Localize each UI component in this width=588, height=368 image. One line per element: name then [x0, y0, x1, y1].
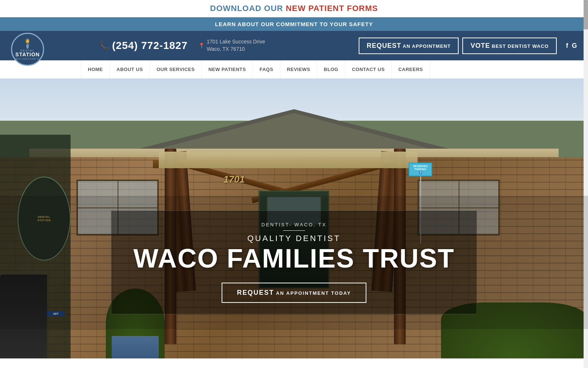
phone-number: (254) 772-1827 — [112, 40, 187, 52]
nav-item-new-patients[interactable]: NEW PATIENTS — [202, 60, 253, 78]
header: DENTAL STATION FAMILY DENTISTRY P.A. 📞 (… — [0, 31, 588, 60]
hero-divider — [283, 230, 305, 231]
hero-plant-pot-left — [112, 336, 159, 358]
hero-porch-ceiling — [159, 152, 417, 169]
svg-point-1 — [26, 40, 29, 42]
main-nav: HOME ABOUT US OUR SERVICES NEW PATIENTS … — [0, 60, 588, 79]
request-btn-main: REQUEST — [367, 42, 401, 49]
logo-torch-icon — [22, 38, 33, 49]
nav-item-reviews[interactable]: REVIEWS — [280, 60, 317, 78]
nav-item-home[interactable]: HOME — [81, 60, 110, 78]
parking-sign-board: RESERVEDPARKING♿ — [409, 163, 432, 176]
safety-banner-text: LEARN ABOUT OUR COMMITMENT TO YOUR SAFET… — [215, 21, 373, 27]
top-banner[interactable]: DOWNLOAD OUR NEW PATIENT FORMS — [0, 0, 588, 17]
request-btn-sub: AN APPOINTMENT — [403, 43, 451, 49]
hero-quality: QUALITY DENTIST — [133, 234, 455, 243]
google-icon[interactable]: G — [572, 42, 577, 50]
nav-item-services[interactable]: OUR SERVICES — [150, 60, 202, 78]
nav-item-faqs[interactable]: FAQS — [253, 60, 280, 78]
address-line2: Waco, TX 76710 — [207, 46, 265, 53]
hero-request-button[interactable]: REQUEST AN APPOINTMENT TODAY — [222, 283, 366, 303]
address-pin-icon: 📍 — [198, 43, 205, 49]
logo-station-text: STATION — [15, 52, 40, 57]
address-text: 1701 Lake Success Drive Waco, TX 76710 — [207, 38, 265, 53]
hero-section: 1701 RESERVEDPARKING♿ ADT DENTALSTATION … — [0, 79, 588, 358]
address-line1: 1701 Lake Success Drive — [207, 38, 265, 46]
request-appointment-button[interactable]: REQUEST AN APPOINTMENT — [359, 38, 459, 54]
hero-text-container: DENTIST- WACO, TX QUALITY DENTIST WACO F… — [0, 196, 588, 329]
hero-location: DENTIST- WACO, TX — [133, 222, 455, 227]
building-number: 1701 — [223, 174, 245, 185]
nav-item-careers[interactable]: CAREERS — [392, 60, 430, 78]
header-contact: 📞 (254) 772-1827 📍 1701 Lake Success Dri… — [99, 38, 359, 53]
logo-family-text: FAMILY DENTISTRY P.A. — [13, 58, 42, 60]
vote-btn-main: VOTE — [470, 42, 490, 49]
vote-button[interactable]: VOTE BEST DENTIST WACO — [462, 38, 557, 54]
social-icons: f G — [566, 42, 577, 50]
nav-item-about[interactable]: ABOUT US — [110, 60, 150, 78]
banner-text-highlight: NEW PATIENT FORMS — [286, 4, 378, 13]
hero-btn-main: REQUEST — [237, 289, 274, 296]
hero-title: WACO FAMILIES TRUST — [133, 245, 455, 272]
logo[interactable]: DENTAL STATION FAMILY DENTISTRY P.A. — [11, 33, 44, 66]
facebook-icon[interactable]: f — [566, 42, 568, 50]
address-section: 📍 1701 Lake Success Drive Waco, TX 76710 — [198, 38, 265, 53]
vote-btn-sub: BEST DENTIST WACO — [492, 43, 549, 49]
hero-btn-sub: AN APPOINTMENT TODAY — [276, 290, 351, 296]
top-banner-text: DOWNLOAD OUR NEW PATIENT FORMS — [210, 4, 378, 13]
scrollbar-thumb[interactable] — [584, 0, 588, 29]
nav-item-contact[interactable]: CONTACT US — [345, 60, 392, 78]
logo-area: DENTAL STATION FAMILY DENTISTRY P.A. — [11, 29, 92, 62]
banner-text-before: DOWNLOAD OUR — [210, 4, 286, 13]
phone-section[interactable]: 📞 (254) 772-1827 — [99, 40, 187, 52]
phone-icon: 📞 — [99, 41, 109, 50]
nav-item-blog[interactable]: BLOG — [317, 60, 345, 78]
header-buttons: REQUEST AN APPOINTMENT VOTE BEST DENTIST… — [359, 38, 577, 54]
